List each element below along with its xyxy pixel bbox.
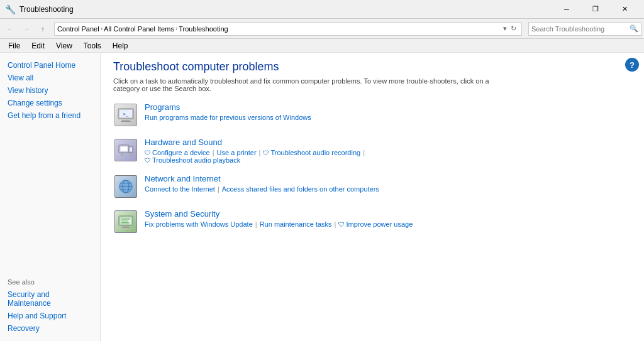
- network-icon: [113, 174, 138, 199]
- svg-rect-6: [120, 146, 128, 151]
- separator: |: [335, 220, 336, 228]
- category-system: System and Security Fix problems with Wi…: [113, 209, 631, 234]
- system-link-power[interactable]: Improve power usage: [346, 220, 413, 228]
- breadcrumb-all-items[interactable]: All Control Panel Items: [104, 25, 174, 33]
- programs-links: Run programs made for previous versions …: [145, 114, 631, 121]
- sidebar: Control Panel Home View all View history…: [0, 53, 101, 341]
- forward-button[interactable]: →: [19, 21, 34, 36]
- svg-rect-2: [122, 120, 130, 121]
- hardware-title[interactable]: Hardware and Sound: [145, 138, 222, 147]
- separator: |: [218, 185, 219, 193]
- separator: |: [259, 149, 261, 156]
- shield-icon-2: 🛡: [263, 149, 269, 156]
- system-title[interactable]: System and Security: [145, 209, 219, 219]
- hardware-icon-box: [114, 139, 137, 161]
- search-input[interactable]: [531, 25, 630, 33]
- network-content: Network and Internet Connect to the Inte…: [145, 174, 631, 193]
- shield-icon-3: 🛡: [145, 157, 151, 164]
- hardware-content: Hardware and Sound 🛡 Configure a device …: [145, 138, 631, 164]
- hardware-links-2: 🛡 Troubleshoot audio playback: [145, 156, 631, 164]
- hardware-link-audio-rec[interactable]: Troubleshoot audio recording: [270, 149, 360, 156]
- system-link-maintenance[interactable]: Run maintenance tasks: [260, 220, 332, 228]
- programs-svg: >_: [117, 106, 135, 124]
- network-links: Connect to the Internet | Access shared …: [145, 185, 631, 193]
- svg-point-10: [121, 153, 123, 156]
- restore-button[interactable]: ❐: [581, 0, 610, 19]
- window-icon: 🔧: [5, 4, 16, 14]
- programs-link-1[interactable]: Run programs made for previous versions …: [145, 114, 311, 121]
- address-dropdown-button[interactable]: ▾: [502, 24, 508, 33]
- main-layout: Control Panel Home View all View history…: [0, 53, 644, 341]
- system-icon: [113, 209, 138, 234]
- svg-rect-8: [130, 148, 132, 151]
- programs-icon-box: >_: [114, 104, 137, 126]
- sidebar-security-maintenance[interactable]: Security and Maintenance: [0, 288, 100, 310]
- breadcrumb: Control Panel › All Control Panel Items …: [57, 25, 502, 33]
- sidebar-view-history[interactable]: View history: [0, 84, 100, 97]
- sidebar-spacer: [0, 122, 100, 271]
- window-title: Troubleshooting: [19, 5, 552, 14]
- system-link-update[interactable]: Fix problems with Windows Update: [145, 220, 253, 228]
- svg-rect-3: [121, 121, 131, 122]
- svg-rect-23: [121, 227, 130, 228]
- page-title: Troubleshoot computer problems: [113, 60, 631, 73]
- system-svg: [117, 213, 135, 230]
- see-also-title: See also: [0, 271, 100, 288]
- sidebar-help-support[interactable]: Help and Support: [0, 310, 100, 322]
- title-bar: 🔧 Troubleshooting ─ ❐ ✕: [0, 0, 644, 19]
- sidebar-view-all[interactable]: View all: [0, 72, 100, 84]
- programs-title[interactable]: Programs: [145, 102, 180, 112]
- sidebar-control-panel-home[interactable]: Control Panel Home: [0, 59, 100, 72]
- svg-rect-22: [123, 226, 129, 227]
- network-link-connect[interactable]: Connect to the Internet: [145, 185, 215, 193]
- category-hardware: Hardware and Sound 🛡 Configure a device …: [113, 138, 631, 164]
- menu-tools[interactable]: Tools: [78, 40, 107, 52]
- programs-icon: >_: [113, 102, 138, 127]
- shield-icon-4: 🛡: [338, 221, 345, 228]
- separator: |: [363, 149, 365, 156]
- system-content: System and Security Fix problems with Wi…: [145, 209, 631, 228]
- svg-rect-20: [121, 220, 128, 222]
- back-button[interactable]: ←: [3, 21, 18, 36]
- system-icon-box: [114, 210, 137, 233]
- hardware-svg: [117, 141, 135, 159]
- separator: |: [213, 149, 214, 156]
- network-title[interactable]: Network and Internet: [145, 174, 221, 183]
- hardware-link-printer[interactable]: Use a printer: [217, 149, 257, 156]
- sidebar-change-settings[interactable]: Change settings: [0, 97, 100, 109]
- breadcrumb-control-panel[interactable]: Control Panel: [57, 25, 99, 33]
- up-button[interactable]: ↑: [35, 21, 50, 36]
- content-area: ? Troubleshoot computer problems Click o…: [101, 53, 644, 341]
- shield-icon-1: 🛡: [145, 149, 151, 156]
- hardware-link-audio-play[interactable]: Troubleshoot audio playback: [152, 156, 240, 164]
- category-network: Network and Internet Connect to the Inte…: [113, 174, 631, 199]
- hardware-icon: [113, 138, 138, 163]
- refresh-button[interactable]: ↻: [508, 24, 519, 33]
- network-link-shared[interactable]: Access shared files and folders on other…: [222, 185, 379, 193]
- sidebar-recovery[interactable]: Recovery: [0, 322, 100, 335]
- programs-content: Programs Run programs made for previous …: [145, 102, 631, 121]
- close-button[interactable]: ✕: [610, 0, 639, 19]
- network-svg: [117, 178, 135, 195]
- svg-rect-21: [121, 222, 129, 224]
- breadcrumb-current: Troubleshooting: [179, 25, 228, 33]
- hardware-links: 🛡 Configure a device | Use a printer | 🛡…: [145, 149, 631, 156]
- hardware-link-configure[interactable]: Configure a device: [152, 149, 210, 156]
- category-programs: >_ Programs Run programs made for previo…: [113, 102, 631, 127]
- window-controls: ─ ❐ ✕: [552, 0, 639, 19]
- help-button[interactable]: ?: [625, 58, 639, 72]
- svg-text:>_: >_: [123, 112, 129, 117]
- system-links: Fix problems with Windows Update | Run m…: [145, 220, 631, 228]
- menu-view[interactable]: View: [50, 40, 78, 52]
- page-description: Click on a task to automatically trouble…: [113, 77, 516, 92]
- svg-rect-19: [121, 219, 130, 220]
- minimize-button[interactable]: ─: [552, 0, 581, 19]
- sidebar-get-help[interactable]: Get help from a friend: [0, 109, 100, 122]
- network-icon-box: [114, 175, 137, 198]
- separator: |: [255, 220, 257, 228]
- menu-file[interactable]: File: [3, 40, 26, 52]
- address-bar: Control Panel › All Control Panel Items …: [54, 22, 522, 36]
- search-box: 🔍: [528, 22, 641, 36]
- menu-help[interactable]: Help: [107, 40, 134, 52]
- menu-edit[interactable]: Edit: [26, 40, 50, 52]
